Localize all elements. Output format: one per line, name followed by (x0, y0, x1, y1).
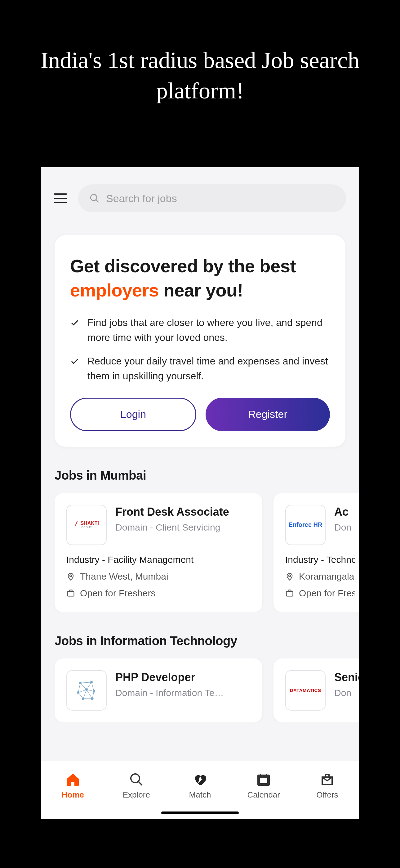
pin-icon (66, 572, 75, 581)
check-icon (70, 318, 79, 328)
svg-rect-5 (287, 591, 293, 596)
search-placeholder: Search for jobs (106, 192, 177, 205)
svg-point-25 (131, 774, 139, 783)
briefcase-icon (285, 589, 294, 598)
search-icon (89, 193, 100, 204)
tab-explore[interactable]: Explore (104, 761, 168, 811)
job-title: Senior iOS (334, 670, 359, 685)
search-input[interactable]: Search for jobs (78, 184, 346, 212)
job-domain: Don (334, 688, 359, 698)
pin-icon (285, 572, 294, 581)
home-icon (65, 772, 80, 787)
svg-rect-3 (68, 591, 74, 596)
svg-line-16 (87, 682, 92, 689)
search-icon (129, 772, 144, 787)
job-card[interactable]: Enforce HR Ac Don Industry - Technology … (273, 493, 359, 612)
job-title: Ac (334, 505, 351, 519)
svg-line-20 (78, 692, 83, 699)
job-location: Thane West, Mumbai (66, 571, 251, 582)
svg-line-23 (92, 691, 94, 699)
section-heading: Jobs in Mumbai (55, 468, 345, 483)
hero-heading: Get discovered by the best employers nea… (70, 254, 330, 303)
svg-point-4 (289, 575, 291, 577)
svg-line-15 (80, 683, 87, 689)
svg-line-14 (78, 683, 80, 692)
svg-rect-28 (259, 778, 268, 784)
hero-bullet: Reduce your daily travel time and expens… (70, 353, 330, 383)
svg-rect-32 (325, 775, 329, 777)
job-industry: Industry - Technology Services (285, 554, 355, 565)
job-card[interactable]: 〳 SHAKTIGROUP Front Desk Associate Domai… (55, 493, 262, 612)
job-domain: Don (334, 522, 351, 533)
menu-icon[interactable] (54, 193, 67, 203)
promo-headline: India's 1st radius based Job search plat… (0, 0, 400, 105)
job-card[interactable]: PHP Developer Domain - Information Te… (55, 658, 262, 722)
briefcase-icon (66, 589, 75, 598)
app-screen: Search for jobs Get discovered by the be… (41, 167, 359, 819)
job-row[interactable]: 〳 SHAKTIGROUP Front Desk Associate Domai… (41, 493, 359, 612)
company-logo: 〳 SHAKTIGROUP (66, 505, 107, 545)
svg-line-13 (80, 682, 92, 683)
tab-home[interactable]: Home (41, 761, 104, 811)
svg-line-1 (96, 200, 99, 203)
job-domain: Domain - Client Servicing (115, 522, 229, 533)
svg-line-22 (87, 689, 92, 699)
check-icon (70, 357, 79, 366)
home-indicator (161, 811, 239, 814)
svg-point-0 (91, 194, 97, 200)
hero-bullet: Find jobs that are closer to where you l… (70, 315, 330, 345)
job-industry: Industry - Facility Management (66, 554, 251, 565)
svg-line-17 (92, 682, 94, 691)
register-button[interactable]: Register (206, 398, 330, 431)
job-domain: Domain - Information Te… (115, 688, 224, 698)
offers-icon (320, 772, 335, 787)
tab-calendar[interactable]: Calendar (232, 761, 296, 811)
tab-match[interactable]: Match (168, 761, 232, 811)
job-location: Koramangala (285, 571, 355, 582)
company-logo (66, 670, 107, 711)
bottom-tabs: Home Explore Match Calendar Offers (41, 761, 359, 819)
svg-point-2 (70, 575, 72, 577)
calendar-icon (256, 772, 271, 787)
job-experience: Open for Freshers (66, 588, 251, 598)
company-logo: Enforce HR (285, 505, 326, 545)
svg-line-21 (83, 689, 87, 699)
job-title: PHP Developer (115, 670, 224, 685)
svg-line-18 (78, 689, 87, 692)
tab-offers[interactable]: Offers (296, 761, 359, 811)
login-button[interactable]: Login (70, 398, 196, 431)
job-row[interactable]: PHP Developer Domain - Information Te… D… (41, 658, 359, 722)
company-logo: DATAMATICS (285, 670, 326, 711)
section-heading: Jobs in Information Technology (55, 634, 345, 648)
hero-card: Get discovered by the best employers nea… (55, 235, 345, 447)
job-card[interactable]: DATAMATICS Senior iOS Don (273, 658, 359, 722)
top-bar: Search for jobs (41, 167, 359, 222)
svg-line-26 (139, 782, 142, 785)
job-experience: Open for Freshers (285, 588, 355, 598)
job-title: Front Desk Associate (115, 505, 229, 519)
heart-icon (193, 772, 207, 787)
